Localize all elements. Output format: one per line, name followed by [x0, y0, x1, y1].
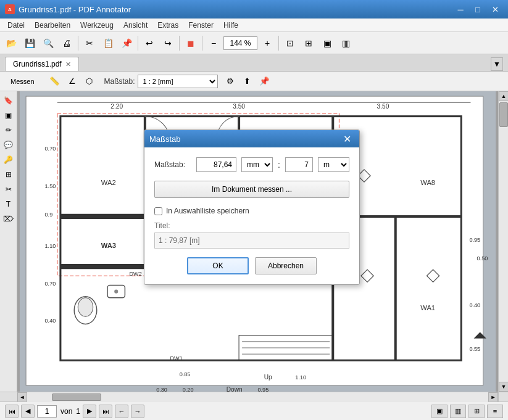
- title-field-input[interactable]: [154, 233, 349, 249]
- dialog-close-button[interactable]: ✕: [339, 131, 354, 146]
- title-field-group: Titel:: [154, 221, 349, 249]
- save-to-list-checkbox[interactable]: [154, 207, 162, 215]
- ok-button[interactable]: OK: [187, 257, 249, 274]
- masstab-unit2-select[interactable]: m mm cm: [318, 157, 349, 172]
- masstab-colon: :: [278, 160, 280, 170]
- cancel-button[interactable]: Abbrechen: [255, 257, 317, 274]
- dialog-overlay: Maßstab ✕ Maßstab: mm cm m : m mm cm: [0, 0, 508, 420]
- dialog-titlebar: Maßstab ✕: [144, 130, 359, 147]
- dialog-body: Maßstab: mm cm m : m mm cm Im Dokument m…: [144, 147, 359, 284]
- masstab-field-label: Maßstab:: [154, 160, 191, 169]
- dialog-title: Maßstab: [149, 134, 181, 144]
- save-to-list-label: In Auswahlliste speichern: [166, 207, 249, 215]
- measure-in-document-button[interactable]: Im Dokument messen ...: [154, 181, 349, 198]
- masstab-value2-input[interactable]: [285, 157, 313, 172]
- masstab-value1-input[interactable]: [196, 157, 236, 172]
- masstab-input-row: Maßstab: mm cm m : m mm cm: [154, 157, 349, 172]
- masstab-unit1-select[interactable]: mm cm m: [241, 157, 273, 172]
- dialog-buttons: OK Abbrechen: [154, 257, 349, 274]
- title-field-label: Titel:: [154, 221, 349, 230]
- save-to-list-row: In Auswahlliste speichern: [154, 207, 349, 215]
- masstab-dialog: Maßstab ✕ Maßstab: mm cm m : m mm cm: [144, 130, 360, 285]
